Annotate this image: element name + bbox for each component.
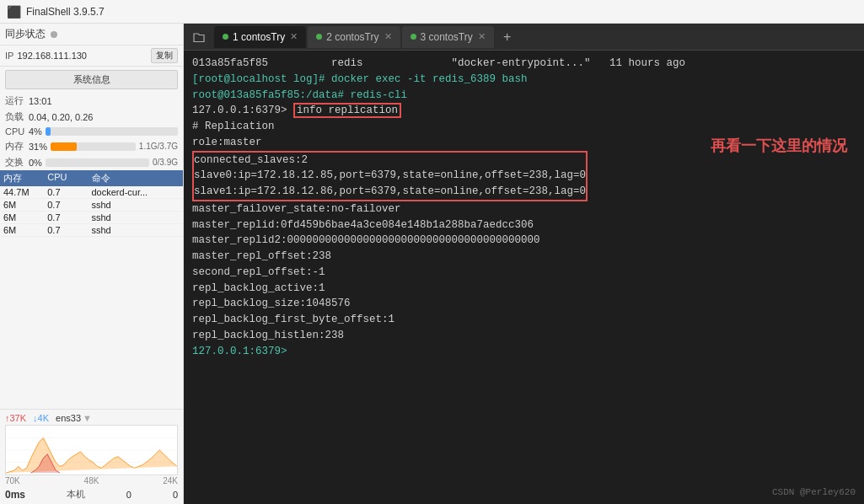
net-chart-70k: 70K — [5, 476, 20, 485]
proc-cpu: 0.7 — [47, 225, 91, 235]
term-line-10: master_replid:0fd459b6bae4a3ce084e148b1a… — [192, 217, 856, 233]
net-iface-label: ens33 — [56, 413, 81, 423]
proc-header-cpu: CPU — [47, 172, 91, 185]
swap-row: 交换 0% 0/3.9G — [0, 154, 183, 170]
cpu-bar-container — [46, 127, 178, 136]
proc-cmd: dockerd-cur... — [92, 187, 180, 197]
proc-cmd: sshd — [92, 212, 180, 223]
proc-cmd: sshd — [92, 200, 180, 210]
load-value: 0.04, 0.20, 0.26 — [29, 112, 93, 122]
ip-row: IP 192.168.111.130 复制 — [0, 46, 183, 67]
host-label: 本机 — [67, 488, 85, 501]
new-tab-button[interactable]: + — [497, 27, 518, 47]
mem-label: 内存 — [5, 140, 29, 153]
tab-1[interactable]: 1 contosTry ✕ — [214, 26, 306, 48]
tab-3-label: 3 contosTry — [421, 31, 473, 43]
net-up-label: ↑37K — [5, 413, 26, 423]
app-title: FinalShell 3.9.5.7 — [26, 6, 105, 18]
sync-dot — [51, 31, 57, 38]
ip-label: IP — [5, 51, 13, 61]
net-down-label: ↓4K — [33, 413, 49, 423]
runtime-label: 运行 — [5, 94, 29, 107]
copy-ip-button[interactable]: 复制 — [151, 48, 178, 63]
terminal[interactable]: 013a85fa5f85 redis "docker-entrypoint...… — [184, 51, 864, 504]
mem-detail: 1.1G/3.7G — [139, 142, 178, 151]
red-border-block: connected_slaves:2 slave0:ip=172.18.12.8… — [192, 151, 588, 201]
sync-status-row: 同步状态 — [0, 24, 183, 46]
zero-val-1: 0 — [126, 490, 131, 500]
network-section: ↑37K ↓4K ens33 ▼ — [0, 409, 183, 504]
term-line-14: repl_backlog_active:1 — [192, 281, 856, 297]
proc-mem: 6M — [3, 212, 47, 223]
proc-cpu: 0.7 — [47, 200, 91, 210]
tab-1-dot — [223, 34, 228, 40]
runtime-row: 运行 13:01 — [0, 93, 183, 109]
term-line-16: repl_backlog_first_byte_offset:1 — [192, 312, 856, 328]
process-table: 内存 CPU 命令 44.7M 0.7 dockerd-cur... 6M 0.… — [0, 170, 183, 409]
tab-3-dot — [411, 34, 416, 40]
tab-1-close[interactable]: ✕ — [290, 31, 298, 42]
tab-3[interactable]: 3 contosTry ✕ — [402, 26, 494, 48]
tab-2-close[interactable]: ✕ — [384, 31, 392, 42]
load-row: 负载 0.04, 0.20, 0.26 — [0, 109, 183, 125]
term-line-12: master_repl_offset:238 — [192, 249, 856, 265]
info-replication-highlight: info replication — [293, 103, 401, 118]
mem-value: 31% — [29, 142, 47, 152]
proc-table-header: 内存 CPU 命令 — [0, 170, 183, 186]
cpu-bar — [46, 127, 51, 136]
term-line-4: # Replication — [192, 119, 856, 135]
proc-row: 44.7M 0.7 dockerd-cur... — [0, 186, 183, 199]
proc-header-mem: 内存 — [3, 172, 47, 185]
tabbar: 1 contosTry ✕ 2 contosTry ✕ 3 contosTry … — [184, 24, 864, 51]
mem-bar-container — [51, 142, 136, 151]
titlebar: ⬛ FinalShell 3.9.5.7 — [0, 0, 864, 24]
net-chart-values: 70K 48K 24K — [5, 475, 178, 486]
term-line-15: repl_backlog_size:1048576 — [192, 296, 856, 312]
tab-2-label: 2 contosTry — [326, 31, 378, 43]
proc-row: 6M 0.7 sshd — [0, 224, 183, 237]
term-line-11: master_replid2:0000000000000000000000000… — [192, 233, 856, 249]
swap-label: 交换 — [5, 156, 29, 169]
load-label: 负载 — [5, 110, 29, 123]
term-line-3: 127.0.0.1:6379> info replication — [192, 103, 856, 119]
term-line-17: repl_backlog_histlen:238 — [192, 328, 856, 344]
swap-bar-container — [46, 158, 149, 167]
term-line-6: connected_slaves:2 — [194, 153, 586, 169]
proc-row: 6M 0.7 sshd — [0, 212, 183, 224]
proc-rows: 44.7M 0.7 dockerd-cur... 6M 0.7 sshd 6M … — [0, 186, 183, 237]
mem-row: 内存 31% 1.1G/3.7G — [0, 138, 183, 154]
main-layout: 同步状态 IP 192.168.111.130 复制 系统信息 运行 13:01… — [0, 24, 864, 504]
term-line-9: master_failover_state:no-failover — [192, 201, 856, 217]
swap-value: 0% — [29, 158, 42, 168]
proc-header-cmd: 命令 — [92, 172, 180, 185]
sidebar: 同步状态 IP 192.168.111.130 复制 系统信息 运行 13:01… — [0, 24, 184, 504]
terminal-area: 1 contosTry ✕ 2 contosTry ✕ 3 contosTry … — [184, 24, 864, 504]
tab-1-label: 1 contosTry — [233, 31, 285, 43]
mem-bar — [51, 142, 77, 151]
terminal-container: 013a85fa5f85 redis "docker-entrypoint...… — [184, 51, 864, 504]
tab-2[interactable]: 2 contosTry ✕ — [308, 26, 400, 48]
tab-2-dot — [316, 34, 322, 40]
proc-cmd: sshd — [92, 225, 180, 235]
cpu-value: 4% — [29, 126, 42, 137]
annotation-text: 再看一下这里的情况 — [711, 135, 847, 158]
watermark: CSDN @Perley620 — [772, 485, 856, 500]
ip-value: 192.168.111.130 — [17, 51, 151, 61]
proc-row: 6M 0.7 sshd — [0, 199, 183, 212]
proc-mem: 6M — [3, 200, 47, 210]
zero-val-2: 0 — [173, 490, 178, 500]
folder-button[interactable] — [187, 27, 211, 47]
tab-3-close[interactable]: ✕ — [478, 31, 486, 42]
ping-value: 0ms — [5, 489, 25, 501]
sync-status-label: 同步状态 — [5, 27, 46, 41]
runtime-value: 13:01 — [29, 96, 52, 106]
net-chart-24k: 24K — [163, 476, 178, 485]
proc-cpu: 0.7 — [47, 187, 91, 197]
net-dropdown-icon[interactable]: ▼ — [83, 413, 92, 423]
term-line-13: second_repl_offset:-1 — [192, 265, 856, 281]
ping-row: 0ms 本机 0 0 — [5, 486, 178, 502]
sys-info-button[interactable]: 系统信息 — [5, 70, 178, 89]
cpu-label: CPU — [5, 126, 29, 137]
term-line-7: slave0:ip=172.18.12.85,port=6379,state=o… — [194, 168, 586, 184]
term-line-2: root@013a85fa5f85:/data# redis-cli — [192, 88, 856, 104]
